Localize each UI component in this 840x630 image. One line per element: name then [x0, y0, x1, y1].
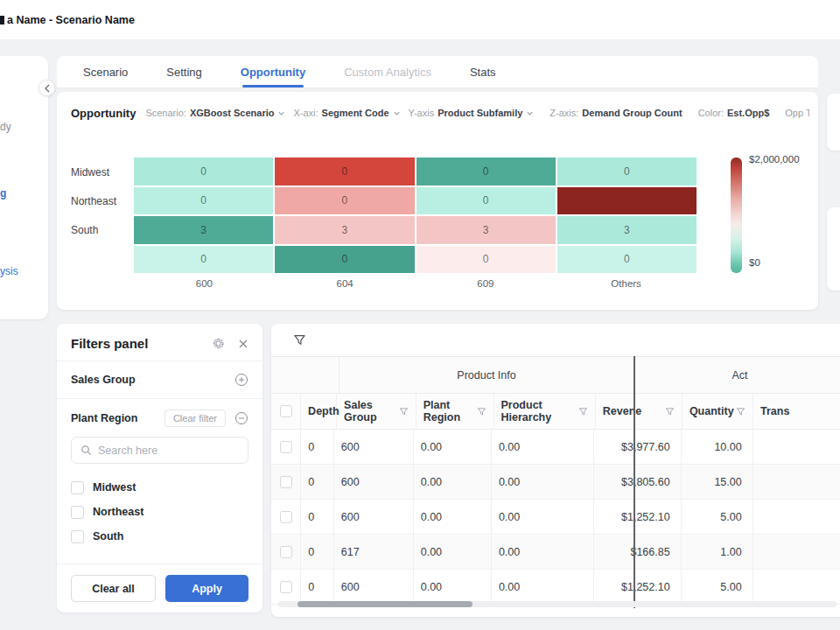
filters-close-button[interactable]: [238, 339, 248, 349]
search-input[interactable]: [98, 444, 239, 457]
row-checkbox[interactable]: [280, 441, 292, 453]
tab-scenario[interactable]: Scenario: [83, 56, 128, 88]
heatmap-cell[interactable]: 0: [275, 246, 414, 274]
table-row[interactable]: 0 617 0.00 0.00 $166.85 1.00: [271, 535, 840, 570]
filter-group-sales-group: Sales Group: [57, 361, 262, 398]
horizontal-scrollbar-thumb[interactable]: [298, 601, 472, 607]
heatmap-cell[interactable]: 0: [416, 246, 556, 274]
heatmap-cell[interactable]: 0: [134, 187, 273, 215]
heatmap-col-label: 604: [275, 278, 416, 289]
scenario-select[interactable]: Scenario: XGBoost Scenario: [145, 108, 285, 118]
tab-stats[interactable]: Stats: [470, 56, 496, 88]
filter-funnel-icon[interactable]: [665, 407, 675, 416]
column-header-revenue[interactable]: Revene: [596, 394, 682, 429]
scenario-value: XGBoost Scenario: [190, 108, 275, 118]
heatmap-cell[interactable]: 0: [134, 158, 273, 186]
column-header-sales-group[interactable]: Sales Group: [337, 394, 416, 429]
table-row[interactable]: 0 600 0.00 0.00 $3,805.60 15.00: [271, 465, 840, 500]
clear-all-button[interactable]: Clear all: [71, 575, 156, 602]
filters-settings-button[interactable]: [212, 337, 225, 350]
heatmap-cell[interactable]: 0: [275, 158, 414, 186]
filter-funnel-icon[interactable]: [736, 407, 746, 416]
heatmap-cell[interactable]: 0: [557, 246, 696, 274]
sidebar-item-3[interactable]: ysis: [0, 265, 18, 277]
cell-product-hierarchy: 0.00: [492, 570, 594, 604]
table-row[interactable]: 0 600 0.00 0.00 $3,977.60 10.00: [271, 430, 840, 465]
heatmap-cell[interactable]: 3: [416, 216, 556, 244]
tab-opportunity[interactable]: Opportunity: [241, 56, 305, 88]
heatmap-cell[interactable]: 0: [134, 246, 273, 274]
heatmap-col-label: 609: [416, 278, 556, 289]
window-title: a Name - Scenario Name: [7, 14, 135, 26]
sidebar-item-1[interactable]: dy: [0, 121, 11, 133]
column-label: Depth: [308, 405, 339, 417]
table-row[interactable]: 0 600 0.00 0.00 $1,252.10 5.00: [271, 500, 840, 535]
color-indicator: Color: Est.Opp$: [698, 108, 770, 118]
cell-plant-region: 0.00: [414, 500, 492, 534]
filter-funnel-icon[interactable]: [477, 407, 486, 416]
filter-option-northeast[interactable]: Northeast: [71, 500, 248, 524]
filter-funnel-icon[interactable]: [578, 407, 588, 416]
column-header-trans[interactable]: Trans: [753, 394, 840, 429]
expand-plus-icon[interactable]: [234, 373, 248, 387]
heatmap-cell[interactable]: 3: [557, 216, 696, 244]
clear-filter-button[interactable]: Clear filter: [164, 410, 226, 427]
heatmap-cell[interactable]: 0: [557, 158, 696, 186]
column-header-product-hierarchy[interactable]: Product Hierarchy: [494, 394, 596, 429]
cell-depth: 0: [301, 570, 334, 604]
zaxis-label: Z-axis:: [550, 108, 578, 118]
cell-quantity: 10.00: [682, 430, 753, 464]
heatmap-cell[interactable]: 0: [416, 187, 556, 215]
sidebar-collapse-button[interactable]: [38, 80, 55, 96]
row-checkbox[interactable]: [280, 581, 292, 593]
filter-group-label: Plant Region: [71, 412, 164, 424]
tab-setting[interactable]: Setting: [166, 56, 201, 88]
tab-custom-analytics[interactable]: Custom Analytics: [344, 56, 431, 88]
table-filter-icon[interactable]: [293, 333, 306, 346]
cell-revenue: $1,252.10: [594, 570, 682, 604]
heatmap-cell[interactable]: 3: [275, 216, 414, 244]
chevron-down-icon: [526, 109, 534, 117]
column-label: Revene: [603, 405, 641, 417]
row-checkbox[interactable]: [280, 476, 292, 488]
table-row[interactable]: 0 600 0.00 0.00 $1,252.10 5.00: [271, 570, 840, 605]
column-label: Quantity: [690, 405, 734, 417]
group-header-blank: [271, 357, 340, 393]
checkbox[interactable]: [71, 506, 84, 519]
cell-depth: 0: [301, 535, 334, 569]
filter-option-midwest[interactable]: Midwest: [71, 475, 248, 500]
collapse-minus-icon[interactable]: [234, 411, 248, 425]
cell-depth: 0: [301, 465, 334, 499]
collapsed-right-panel[interactable]: [827, 207, 840, 290]
filter-funnel-icon[interactable]: [399, 407, 409, 416]
column-header-quantity[interactable]: Quantity: [682, 394, 753, 429]
legend-max-label: $2,000,000: [749, 154, 800, 164]
opportunity-title: Opportunity: [71, 107, 136, 120]
collapsed-right-panel[interactable]: [827, 94, 840, 150]
opp-time-picker[interactable]: Opp Time: 01/02/21 - 06/30/21: [785, 108, 809, 119]
sidebar-item-2[interactable]: g: [0, 187, 6, 200]
heatmap-cell[interactable]: 0: [275, 187, 414, 215]
xaxis-select[interactable]: X-axi: Segment Code: [293, 108, 400, 118]
checkbox[interactable]: [71, 481, 84, 494]
cell-product-hierarchy: 0.00: [492, 430, 594, 464]
column-group-divider[interactable]: [634, 356, 635, 608]
row-checkbox[interactable]: [280, 511, 292, 523]
column-header-plant-region[interactable]: Plant Region: [416, 394, 494, 429]
column-header-depth[interactable]: Depth: [301, 394, 337, 429]
apply-button[interactable]: Apply: [165, 575, 248, 602]
heatmap-cell[interactable]: 3: [134, 216, 273, 244]
heatmap-col-label: 600: [134, 278, 275, 289]
filter-option-south[interactable]: South: [71, 524, 248, 549]
heatmap-cell[interactable]: [557, 187, 696, 215]
heatmap-row-labels: Midwest Northeast South: [71, 158, 129, 273]
select-all-cell: [271, 394, 301, 429]
row-checkbox[interactable]: [280, 546, 292, 558]
select-all-checkbox[interactable]: [280, 405, 292, 417]
filters-panel-title: Filters panel: [71, 336, 212, 351]
checkbox[interactable]: [71, 530, 84, 543]
filters-header: Filters panel: [57, 324, 262, 360]
yaxis-select[interactable]: Y-axis Product Subfamily: [409, 108, 535, 118]
table-group-header: Product Info Act: [271, 356, 840, 394]
heatmap-cell[interactable]: 0: [416, 158, 556, 186]
